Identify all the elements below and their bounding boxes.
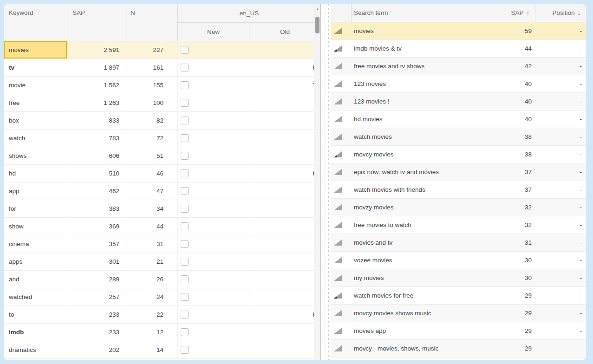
keyword-row[interactable]: watch78372 [4,130,320,147]
row-checkbox[interactable] [181,293,189,301]
triangle-gray-icon [334,257,342,263]
search-term-row[interactable]: movcy movies shows music29- [331,305,586,322]
row-checkbox[interactable] [181,222,189,230]
search-term-row[interactable]: epix now: watch tv and movies37- [331,163,586,181]
keyword-cell[interactable]: shows [4,147,67,164]
row-checkbox[interactable] [181,46,189,54]
keyword-cell[interactable]: cinema [4,235,67,253]
keyword-row[interactable]: shows60651 [4,147,320,165]
search-term-row[interactable]: movies and tv31- [331,234,586,252]
search-term-row[interactable]: vozee movies30- [331,252,586,269]
search-term-row[interactable]: 123 movies !40- [331,93,586,110]
left-panel-scrollbar[interactable]: ▲ [314,4,320,360]
keyword-row[interactable]: movie1 562155T [4,77,320,94]
row-checkbox[interactable] [181,328,189,336]
search-term-row[interactable]: watch movies with friends37- [331,181,586,199]
search-term-row[interactable]: movcy - movies, shows, music29- [331,340,586,358]
sort-ascending-icon: ↑ [527,9,530,16]
sap-value-cell: 40 [491,110,535,128]
sap-cell: 510 [67,165,125,182]
column-header-n[interactable]: N [125,4,178,41]
keyword-row[interactable]: show36944 [4,218,320,235]
keyword-cell[interactable]: movie [4,77,67,94]
row-checkbox[interactable] [181,346,189,354]
keyword-cell[interactable]: for [4,200,67,217]
search-term-row[interactable]: movcy movies38- [331,146,586,163]
keyword-cell[interactable]: watch [4,130,67,147]
keyword-row[interactable]: and28926 [4,271,320,288]
keyword-row[interactable]: dramatics20214 [4,341,320,359]
row-checkbox[interactable] [181,64,189,72]
search-term-row[interactable]: free movies to watch32- [331,216,586,234]
search-term-row[interactable]: imdb movies & tv44- [331,40,586,58]
row-checkbox[interactable] [181,134,189,142]
keyword-cell[interactable]: dramatics [4,341,67,358]
search-terms-header: Search term SAP ↑ Position ↓ [331,4,586,22]
row-checkbox[interactable] [181,275,189,283]
search-term-row[interactable]: watch movies for free29- [331,287,586,305]
keyword-cell[interactable]: and [4,271,67,288]
search-term-row[interactable]: watch movies38- [331,128,586,146]
row-checkbox[interactable] [181,99,189,107]
search-term-row[interactable]: free movies and tv shows42- [331,58,586,75]
search-term-cell: my movies [352,269,491,286]
row-checkbox[interactable] [181,117,189,124]
keyword-cell[interactable]: apps [4,253,67,270]
n-cell: 161 [125,59,178,76]
keyword-row[interactable]: movies2 591227 [4,41,320,59]
column-header-sap-sort[interactable]: SAP ↑ [491,4,535,22]
row-checkbox[interactable] [181,258,189,266]
keyword-row[interactable]: app46247 [4,182,320,200]
column-header-new[interactable]: New [178,23,249,41]
column-header-search-term[interactable]: Search term [352,4,491,22]
row-checkbox[interactable] [181,240,189,248]
n-cell: 26 [125,271,178,288]
row-checkbox[interactable] [181,152,189,160]
keyword-cell[interactable]: free [4,94,67,111]
n-cell: 47 [125,182,178,200]
search-term-row[interactable]: movies59- [331,22,586,40]
search-term-row[interactable]: 123 movies40- [331,75,586,93]
keyword-cell[interactable]: watched [4,288,67,306]
keyword-row[interactable]: apps30121 [4,253,320,271]
row-checkbox[interactable] [181,205,189,213]
search-term-row[interactable]: hd movies40- [331,110,586,128]
row-checkbox[interactable] [181,311,189,318]
column-header-en-us[interactable]: en_US [178,4,320,23]
keyword-cell[interactable]: app [4,182,67,200]
row-checkbox[interactable] [181,81,189,89]
old-cell [249,341,320,358]
row-checkbox[interactable] [181,169,189,177]
column-header-position-sort[interactable]: Position ↓ [535,4,586,22]
search-term-row[interactable]: movies app29- [331,322,586,340]
column-header-keyword[interactable]: Keyword [4,4,67,41]
keyword-row[interactable]: hd51046K [4,165,320,182]
column-header-sap[interactable]: SAP [67,4,125,41]
keyword-row[interactable]: watched25724 [4,288,320,306]
sap-header-label: SAP [511,9,523,16]
trend-icon-cell [331,128,352,145]
panel-splitter[interactable] [321,4,331,360]
keyword-cell[interactable]: imdb [4,324,67,341]
keyword-cell[interactable]: show [4,218,67,235]
keyword-cell[interactable]: to [4,306,67,323]
keyword-row[interactable]: box83382 [4,112,320,130]
keyword-row[interactable]: to23322K [4,306,320,324]
column-header-old[interactable]: Old [249,23,320,41]
scrollbar-thumb[interactable] [315,17,319,33]
keyword-cell[interactable]: movies [4,41,67,58]
new-cell [178,147,249,164]
search-term-row[interactable]: movzy movies32- [331,199,586,216]
search-term-row[interactable]: my movies30- [331,269,586,287]
keyword-cell[interactable]: hd [4,165,67,182]
keyword-row[interactable]: free1 263100 [4,94,320,112]
keyword-cell[interactable]: box [4,112,67,129]
row-checkbox[interactable] [181,187,189,195]
n-cell: 24 [125,288,178,306]
keyword-row[interactable]: cinema35731 [4,235,320,253]
keyword-row[interactable]: imdb23312 [4,324,320,341]
scroll-up-icon[interactable]: ▲ [314,4,320,11]
keyword-row[interactable]: tv1 897161K [4,59,320,77]
keyword-cell[interactable]: tv [4,59,67,76]
keyword-row[interactable]: for38334 [4,200,320,218]
